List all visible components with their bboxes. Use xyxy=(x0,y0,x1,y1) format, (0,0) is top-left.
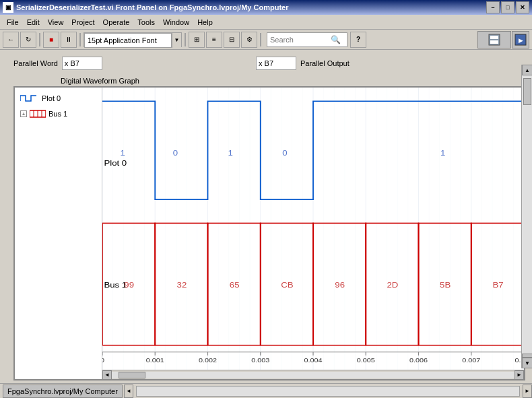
separator-1 xyxy=(39,33,40,46)
svg-text:1: 1 xyxy=(440,149,446,158)
tool-icon-1 xyxy=(488,33,501,46)
legend-plot0: Plot 0 xyxy=(20,93,96,104)
controls-row: Parallel Word x B7 xyxy=(13,57,102,70)
search-icon: 🔍 xyxy=(331,35,341,44)
tool-icon-2: ▶ xyxy=(514,33,527,46)
toolbar: ← ↻ ■ ⏸ 15pt Application Font ▼ ⊞ ≡ ⊟ ⚙ … xyxy=(0,30,532,50)
canvas-area: Parallel Word x B7 x B7 Parallel Output … xyxy=(0,50,532,383)
status-bar: FpgaSynchro.lvproj/My Computer ◄ ► xyxy=(0,383,532,398)
graph-title: Digital Waveform Graph xyxy=(13,77,525,85)
distribute-button[interactable]: ⊟ xyxy=(224,32,240,48)
svg-text:65: 65 xyxy=(230,281,240,290)
menu-file[interactable]: File xyxy=(3,17,23,28)
menu-bar: File Edit View Project Operate Tools Win… xyxy=(0,15,532,30)
svg-text:0.006: 0.006 xyxy=(409,357,428,364)
svg-text:0.003: 0.003 xyxy=(251,357,270,364)
scroll-down[interactable]: ▼ xyxy=(522,358,532,368)
stop-button[interactable]: ■ xyxy=(43,32,59,48)
separator-2 xyxy=(79,33,81,46)
menu-tools[interactable]: Tools xyxy=(133,17,159,28)
help-button[interactable]: ? xyxy=(350,32,366,48)
separator-4 xyxy=(260,33,261,46)
svg-text:0.004: 0.004 xyxy=(304,357,323,364)
parallel-output-row: x B7 Parallel Output xyxy=(256,57,350,70)
parallel-output-label: Parallel Output xyxy=(300,59,350,67)
status-arrow[interactable]: ◄ xyxy=(124,385,133,398)
scroll-up[interactable]: ▲ xyxy=(522,65,532,75)
grid-button[interactable]: ⊞ xyxy=(189,32,205,48)
svg-text:0: 0 xyxy=(173,149,178,158)
menu-edit[interactable]: Edit xyxy=(23,17,44,28)
graph-plot-area: Plot 0 1 0 1 0 1 Bus 1 xyxy=(102,88,524,379)
font-selector[interactable]: 15pt Application Font xyxy=(84,33,172,48)
waveform-svg: Plot 0 1 0 1 0 1 Bus 1 xyxy=(102,88,524,379)
close-button[interactable]: ✕ xyxy=(516,1,529,13)
menu-project[interactable]: Project xyxy=(67,17,98,28)
menu-help[interactable]: Help xyxy=(193,17,217,28)
menu-window[interactable]: Window xyxy=(159,17,193,28)
search-input[interactable] xyxy=(270,36,331,44)
svg-text:0.007: 0.007 xyxy=(462,357,481,364)
right-tool-1[interactable] xyxy=(477,31,511,48)
parallel-word-label: Parallel Word xyxy=(13,59,58,67)
svg-text:99: 99 xyxy=(124,281,134,290)
right-tool-2[interactable]: ▶ xyxy=(512,31,529,48)
bus1-expand[interactable]: + xyxy=(20,110,27,117)
plot0-legend-icon xyxy=(20,93,39,104)
graph-container: Digital Waveform Graph Plot 0 + xyxy=(13,77,525,383)
svg-text:B7: B7 xyxy=(492,281,503,290)
parallel-word-input[interactable]: x B7 xyxy=(62,57,102,70)
svg-text:Bus 1: Bus 1 xyxy=(104,281,127,290)
svg-text:0: 0 xyxy=(282,149,288,158)
right-scrollbar[interactable]: ▲ ▼ xyxy=(521,65,532,368)
maximize-button[interactable]: □ xyxy=(501,1,514,13)
svg-text:96: 96 xyxy=(335,281,345,290)
title-bar: ▣ SerializerDeserializerTest.vi Front Pa… xyxy=(0,0,532,15)
graph-legend: Plot 0 + Bus 1 xyxy=(15,88,102,379)
search-box[interactable]: 🔍 xyxy=(267,32,347,47)
forward-button[interactable]: ↻ xyxy=(20,32,36,48)
hscroll-left[interactable]: ◄ xyxy=(102,370,112,380)
menu-operate[interactable]: Operate xyxy=(99,17,134,28)
app-icon: ▣ xyxy=(3,2,13,13)
svg-text:1: 1 xyxy=(120,149,125,158)
scroll-track xyxy=(522,75,532,354)
back-button[interactable]: ← xyxy=(3,32,19,48)
hscroll-thumb[interactable] xyxy=(119,372,145,378)
settings-button[interactable]: ⚙ xyxy=(241,32,257,48)
scroll-thumb[interactable] xyxy=(523,78,531,105)
status-tag: FpgaSynchro.lvproj/My Computer xyxy=(3,385,123,398)
minimize-button[interactable]: – xyxy=(486,1,500,13)
pause-button[interactable]: ⏸ xyxy=(61,32,77,48)
window-title: SerializerDeserializerTest.vi Front Pane… xyxy=(16,3,486,11)
bus1-legend-label: Bus 1 xyxy=(48,110,67,118)
svg-text:Plot 0: Plot 0 xyxy=(104,159,127,168)
svg-text:32: 32 xyxy=(177,281,187,290)
svg-text:0.005: 0.005 xyxy=(357,357,376,364)
svg-text:2D: 2D xyxy=(387,281,399,290)
svg-text:CB: CB xyxy=(281,281,293,290)
graph-hscrollbar[interactable]: ◄ ► xyxy=(102,370,524,379)
window-controls[interactable]: – □ ✕ xyxy=(486,1,529,13)
parallel-output-input[interactable]: x B7 xyxy=(256,57,296,70)
status-right-arrow[interactable]: ► xyxy=(523,385,532,398)
align-button[interactable]: ≡ xyxy=(206,32,222,48)
svg-rect-1 xyxy=(490,36,498,39)
svg-text:5B: 5B xyxy=(440,281,451,290)
legend-bus1: + Bus 1 xyxy=(20,109,96,119)
svg-rect-2 xyxy=(490,40,498,44)
font-dropdown[interactable]: ▼ xyxy=(172,33,181,48)
svg-text:0: 0 xyxy=(102,357,105,364)
svg-text:0.001: 0.001 xyxy=(146,357,165,364)
svg-text:▶: ▶ xyxy=(519,37,523,44)
status-scrollbar[interactable] xyxy=(136,386,520,397)
bus1-legend-icon xyxy=(30,109,46,119)
separator-3 xyxy=(185,33,186,46)
hscroll-right[interactable]: ► xyxy=(514,370,524,380)
plot0-legend-label: Plot 0 xyxy=(42,94,61,102)
svg-text:1: 1 xyxy=(228,149,234,158)
menu-view[interactable]: View xyxy=(44,17,68,28)
graph-outer: Plot 0 + Bus 1 xyxy=(13,86,525,380)
svg-text:0.002: 0.002 xyxy=(199,357,218,364)
